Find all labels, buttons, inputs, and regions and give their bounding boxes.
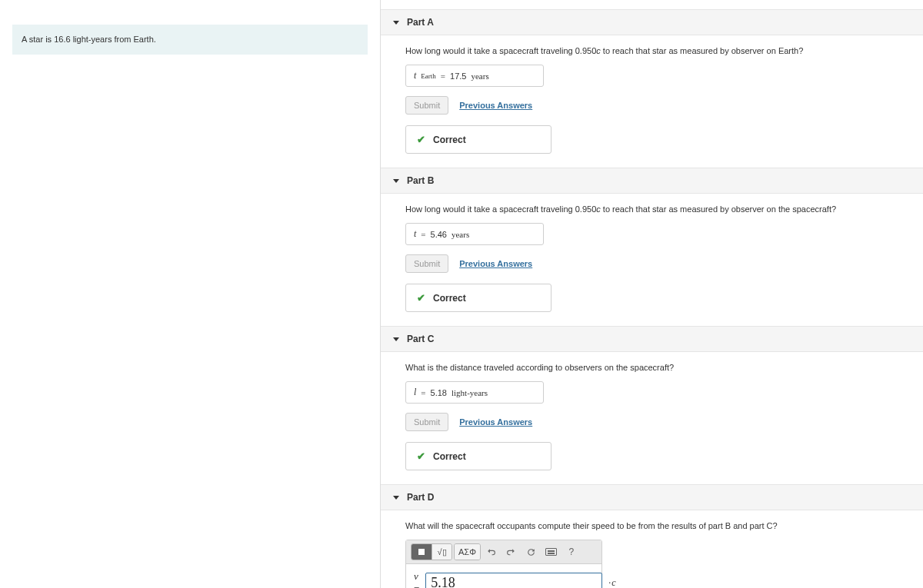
- keyboard-button[interactable]: [542, 544, 561, 560]
- part-c-feedback: Correct: [405, 442, 551, 470]
- answer-eq: =: [421, 230, 425, 239]
- submit-button: Submit: [405, 96, 448, 115]
- answer-variable: t: [414, 70, 416, 81]
- answer-unit: years: [471, 71, 488, 81]
- template-rect-icon: [417, 547, 426, 556]
- check-icon: [417, 450, 425, 462]
- previous-answers-link[interactable]: Previous Answers: [459, 259, 532, 268]
- prompt-text: to reach that star as measured by observ…: [601, 46, 804, 55]
- part-a-title: Part A: [407, 17, 434, 28]
- redo-button[interactable]: [502, 544, 521, 560]
- part-b-header[interactable]: Part B: [381, 168, 923, 194]
- greek-group: ΑΣΦ: [454, 543, 481, 560]
- previous-answers-link[interactable]: Previous Answers: [459, 417, 532, 427]
- feedback-text: Correct: [433, 451, 466, 462]
- part-b-prompt: How long would it take a spacecraft trav…: [405, 204, 911, 214]
- chevron-down-icon: [393, 496, 399, 500]
- answer-variable: l: [414, 387, 416, 398]
- answer-eq: =: [421, 388, 425, 397]
- answer-unit: light-years: [452, 388, 488, 397]
- prompt-text: How long would it take a spacecraft trav…: [405, 46, 596, 55]
- part-a-prompt: How long would it take a spacecraft trav…: [405, 46, 911, 55]
- help-button[interactable]: ?: [562, 544, 581, 560]
- part-c-answer: l = 5.18 light-years: [405, 381, 544, 404]
- answer-value: 5.46: [431, 230, 447, 239]
- reset-button[interactable]: [522, 544, 541, 560]
- expression-input[interactable]: [425, 573, 602, 589]
- answer-unit: years: [452, 230, 469, 239]
- previous-answers-link[interactable]: Previous Answers: [459, 101, 532, 110]
- answer-subscript: Earth: [421, 72, 436, 80]
- part-b-feedback: Correct: [405, 284, 551, 312]
- part-a-feedback: Correct: [405, 125, 551, 154]
- feedback-text: Correct: [433, 135, 466, 145]
- prompt-text: How long would it take a spacecraft trav…: [405, 204, 596, 214]
- answer-value: 17.5: [450, 71, 466, 81]
- part-b-title: Part B: [407, 175, 434, 186]
- templates-button[interactable]: [412, 544, 432, 560]
- greek-button[interactable]: ΑΣΦ: [455, 544, 480, 560]
- expression-editor: √▯ ΑΣΦ: [405, 540, 602, 588]
- answer-value: 5.18: [431, 388, 447, 397]
- feedback-text: Correct: [433, 293, 466, 304]
- part-b-answer: t = 5.46 years: [405, 223, 544, 245]
- answer-unit: c: [608, 577, 617, 589]
- submit-button: Submit: [405, 413, 448, 431]
- keyboard-icon: [545, 548, 557, 556]
- chevron-down-icon: [393, 179, 399, 183]
- check-icon: [417, 134, 425, 145]
- reset-icon: [526, 547, 536, 557]
- submit-button: Submit: [405, 254, 448, 273]
- part-d-prompt: What will the spacecraft occupants compu…: [405, 521, 911, 530]
- part-a-header[interactable]: Part A: [381, 9, 923, 35]
- answer-eq: =: [441, 71, 445, 81]
- redo-icon: [506, 547, 516, 557]
- part-d-header[interactable]: Part D: [381, 484, 923, 510]
- answer-variable: v =: [414, 570, 419, 588]
- sqrt-button[interactable]: √▯: [432, 544, 452, 560]
- svg-rect-0: [418, 549, 425, 555]
- prompt-text: to reach that star as measured by observ…: [601, 204, 836, 214]
- part-c-title: Part C: [407, 334, 434, 344]
- part-d-title: Part D: [407, 492, 434, 503]
- editor-toolbar: √▯ ΑΣΦ: [406, 540, 601, 564]
- chevron-down-icon: [393, 21, 399, 25]
- answer-variable: t: [414, 228, 416, 240]
- problem-intro: A star is 16.6 light-years from Earth.: [12, 25, 368, 55]
- template-group: √▯: [411, 543, 452, 560]
- part-c-header[interactable]: Part C: [381, 326, 923, 352]
- part-a-answer: tEarth = 17.5 years: [405, 65, 544, 87]
- undo-button[interactable]: [482, 544, 501, 560]
- undo-icon: [486, 547, 496, 557]
- check-icon: [417, 292, 425, 304]
- chevron-down-icon: [393, 337, 399, 341]
- part-c-prompt: What is the distance traveled according …: [405, 363, 911, 372]
